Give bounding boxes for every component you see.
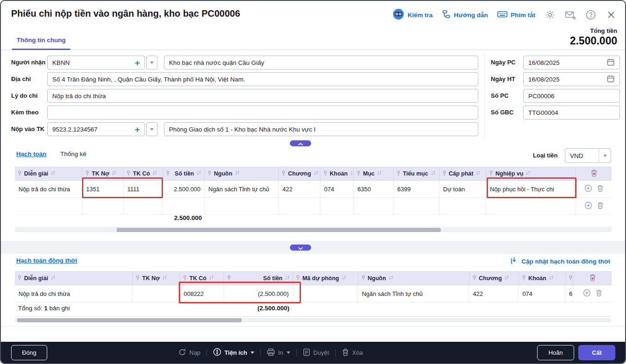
add-row-icon[interactable] [584, 201, 592, 211]
save-button[interactable]: Cất [578, 345, 615, 360]
column-header[interactable]: Số tiền [163, 167, 205, 180]
close-icon[interactable] [606, 9, 617, 20]
sort-icon[interactable] [50, 170, 56, 177]
column-header[interactable]: Chương [470, 272, 519, 285]
deposit-account-input[interactable]: 9523.2.1234567 + [47, 122, 145, 136]
pin-icon[interactable] [522, 275, 526, 282]
column-header[interactable]: Diễn giải [15, 272, 133, 285]
cell[interactable]: 422 [279, 181, 320, 197]
cell[interactable]: 074 [519, 285, 565, 302]
mail-button[interactable] [565, 9, 576, 20]
sort-icon[interactable] [162, 275, 167, 282]
column-header[interactable]: Khoản [320, 167, 354, 180]
collapse-form-button[interactable] [290, 140, 311, 146]
guide-button[interactable]: Hướng dẫn [442, 10, 488, 20]
recipient-dropdown-button[interactable] [146, 56, 157, 69]
cell[interactable] [394, 198, 439, 214]
h-scrollbar2-thumb[interactable] [17, 318, 242, 322]
column-header[interactable]: Diễn giải [15, 167, 82, 180]
column-header[interactable]: Khoản [519, 272, 566, 285]
h-scrollbar-thumb[interactable] [117, 228, 441, 232]
cell[interactable]: Ngân sách Tỉnh tự chủ [358, 285, 469, 302]
pin-icon[interactable] [282, 170, 286, 177]
sort-icon[interactable] [196, 170, 201, 177]
shortcut-button[interactable]: Phím tắt [497, 10, 535, 19]
sort-icon[interactable] [152, 170, 157, 177]
account-dropdown-button[interactable] [146, 122, 157, 136]
column-header[interactable]: Chương [279, 167, 320, 180]
cell[interactable] [279, 198, 320, 214]
simultaneous-title-link[interactable]: Hạch toán đồng thời [16, 257, 77, 264]
sort-icon[interactable] [431, 170, 436, 177]
pin-icon[interactable] [166, 170, 170, 177]
column-header[interactable]: TK Có [180, 272, 224, 285]
cell[interactable] [354, 198, 394, 214]
column-header[interactable]: Nghiệp vụ [486, 167, 576, 180]
delete-row-icon[interactable] [597, 201, 604, 211]
sort-icon[interactable] [313, 170, 319, 177]
pin-icon[interactable] [126, 170, 131, 177]
delete-column-header[interactable] [573, 272, 612, 285]
cell[interactable] [205, 198, 279, 214]
cell[interactable]: Nộp phục hồi - Thực chi [486, 181, 576, 197]
cell[interactable]: 6399 [394, 181, 439, 197]
print-button[interactable]: In [267, 348, 290, 358]
calendar-icon[interactable] [607, 58, 615, 68]
cell[interactable]: 1351 [82, 181, 124, 197]
update-simultaneous-link[interactable]: Cập nhật hạch toán đồng thời [511, 257, 610, 266]
pin-icon[interactable] [357, 170, 361, 177]
sort-icon[interactable] [112, 170, 117, 177]
cell[interactable]: 008222 [180, 285, 224, 302]
tab-thong-tin-chung[interactable]: Thông tin chung [12, 37, 70, 50]
cell[interactable]: Nộp trả do chi thừa [15, 285, 133, 302]
sort-icon[interactable] [285, 275, 290, 282]
cell[interactable]: Dự toán [439, 181, 486, 197]
add-recipient-icon[interactable]: + [135, 58, 140, 67]
delete-column-icon[interactable] [590, 169, 598, 178]
collapse-simultaneous-button[interactable] [290, 245, 311, 251]
recipient-name-input[interactable]: Kho bạc nhà nước quận Cầu Giấy [164, 56, 478, 69]
sort-icon[interactable] [388, 275, 394, 282]
column-header[interactable]: Nguồn [358, 272, 470, 285]
column-header[interactable]: TK Có [124, 167, 163, 180]
pin-icon[interactable] [396, 170, 401, 177]
cell[interactable] [124, 198, 163, 214]
pin-icon[interactable] [296, 275, 300, 282]
pin-icon[interactable] [18, 275, 22, 282]
currency-select[interactable]: VND [565, 148, 611, 163]
attachment-input[interactable] [47, 106, 478, 119]
check-button[interactable]: Kiểm tra [393, 8, 432, 21]
help-button[interactable] [585, 9, 596, 20]
cell[interactable]: Ngân sách Tỉnh tự chủ [205, 181, 279, 197]
column-header[interactable]: Mã dự phòng [293, 272, 358, 285]
utilities-button[interactable]: Tiện ích [213, 348, 254, 358]
sort-icon[interactable] [235, 170, 240, 177]
add-row-icon[interactable] [584, 184, 592, 194]
sort-icon[interactable] [476, 170, 481, 177]
pin-icon[interactable] [489, 170, 493, 177]
calendar-icon[interactable] [607, 75, 615, 84]
tab-hach-toan[interactable]: Hạch toán [16, 151, 46, 157]
pin-icon[interactable] [227, 275, 231, 282]
column-header[interactable]: Cấp phát [439, 167, 486, 180]
cell[interactable]: (2.500.000) [224, 285, 293, 302]
reload-button[interactable]: Nạp [178, 348, 200, 358]
reason-input[interactable]: Nộp trả do chi thừa [47, 89, 478, 103]
sort-icon[interactable] [549, 275, 554, 282]
gbc-no-input[interactable]: TTG00004 [523, 106, 620, 119]
settings-button[interactable] [545, 9, 556, 20]
posting-date-input[interactable]: 16/08/2025 [523, 72, 620, 86]
delete-button[interactable]: Xóa [342, 348, 363, 358]
sort-icon[interactable] [526, 170, 531, 177]
cell[interactable] [133, 285, 180, 302]
sort-icon[interactable] [504, 275, 509, 282]
column-header[interactable]: TK Nợ [133, 272, 180, 285]
cell[interactable] [163, 198, 205, 214]
sort-icon[interactable] [350, 170, 354, 177]
deposit-bank-input[interactable]: Phòng Giao dịch số 1 - Kho bạc Nhà nước … [164, 122, 478, 136]
pin-icon[interactable] [361, 275, 365, 282]
approve-button[interactable]: Duyệt [303, 348, 329, 358]
column-header[interactable]: Mục [354, 167, 394, 180]
pin-icon[interactable] [18, 170, 22, 177]
pin-icon[interactable] [569, 275, 573, 282]
